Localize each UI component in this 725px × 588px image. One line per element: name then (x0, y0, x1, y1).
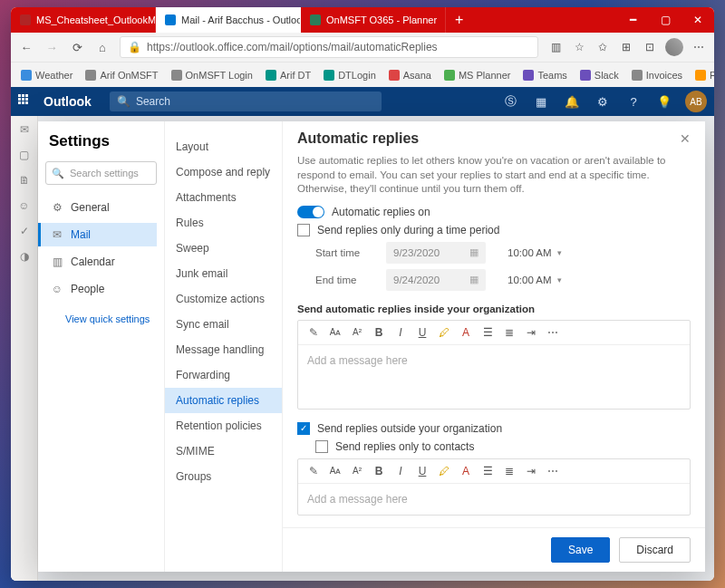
notifications-icon[interactable]: 🔔 (562, 95, 582, 109)
calendar-module-icon[interactable]: ▢ (17, 149, 32, 163)
category-general[interactable]: ⚙General (45, 196, 157, 219)
refresh-button[interactable]: ⟳ (69, 41, 85, 54)
bold-button[interactable]: B (372, 326, 385, 339)
sub-forwarding[interactable]: Forwarding (165, 362, 282, 388)
bookmark-invoices[interactable]: Invoices (627, 70, 687, 81)
sub-sweep[interactable]: Sweep (165, 236, 282, 261)
suite-search[interactable]: 🔍 Search (110, 92, 382, 111)
highlight-button[interactable]: 🖊 (438, 326, 450, 339)
bookmark-dtlogin[interactable]: DTLogin (319, 70, 381, 81)
font-color-button[interactable]: A (459, 326, 472, 339)
bulleted-list-button[interactable]: ☰ (481, 465, 494, 477)
browser-tab-planner[interactable]: OnMSFT O365 - Planner × (301, 7, 446, 33)
bookmark-pay[interactable]: Pay (691, 70, 714, 81)
inside-org-textarea[interactable]: Add a message here (298, 345, 690, 409)
sub-attachments[interactable]: Attachments (165, 185, 282, 210)
tracking-icon[interactable]: ▥ (547, 39, 564, 55)
teams-icon[interactable]: ▦ (531, 95, 551, 109)
bookmark-teams[interactable]: Teams (518, 70, 571, 81)
format-painter-icon[interactable]: ✎ (307, 465, 320, 477)
time-period-checkbox[interactable] (297, 224, 310, 236)
italic-button[interactable]: I (394, 465, 407, 477)
view-quick-settings-link[interactable]: View quick settings (65, 313, 157, 324)
back-button[interactable]: ← (18, 41, 34, 54)
end-time-picker[interactable]: 10:00 AM ▾ (508, 275, 562, 285)
account-avatar[interactable]: AB (685, 91, 707, 112)
font-size-icon[interactable]: A² (351, 327, 363, 337)
underline-button[interactable]: U (416, 465, 429, 477)
highlight-button[interactable]: 🖊 (438, 465, 450, 477)
numbered-list-button[interactable]: ≣ (503, 326, 516, 339)
new-tab-button[interactable]: + (446, 7, 472, 33)
todo-module-icon[interactable]: ✓ (17, 225, 32, 239)
bookmark-weather[interactable]: Weather (16, 70, 77, 81)
sub-groups[interactable]: Groups (165, 464, 282, 489)
sub-layout[interactable]: Layout (165, 134, 282, 159)
app-launcher-icon[interactable] (18, 94, 33, 109)
collections-icon[interactable]: ⊞ (618, 39, 634, 55)
indent-button[interactable]: ⇥ (525, 465, 537, 477)
font-color-button[interactable]: A (459, 465, 472, 477)
browser-tab-pdf[interactable]: MS_Cheatsheet_OutlookMailOn… × (11, 7, 156, 33)
favorites-bar-icon[interactable]: ✩ (594, 39, 611, 55)
contacts-only-checkbox[interactable] (315, 440, 328, 453)
skype-icon[interactable]: Ⓢ (500, 93, 520, 110)
sub-messagehandling[interactable]: Message handling (165, 337, 282, 362)
browser-tab-outlook[interactable]: Mail - Arif Bacchus - Outlook × (156, 7, 301, 33)
format-painter-icon[interactable]: ✎ (307, 326, 320, 339)
bookmark-asana[interactable]: Asana (384, 70, 436, 81)
category-people[interactable]: ☺People (45, 277, 157, 301)
numbered-list-button[interactable]: ≣ (503, 465, 516, 477)
bookmark-onmsft-login[interactable]: OnMSFT Login (167, 70, 257, 81)
category-mail[interactable]: ✉Mail (38, 223, 157, 246)
close-panel-button[interactable]: ✕ (680, 131, 691, 146)
extensions-icon[interactable]: ⊡ (642, 39, 658, 55)
files-module-icon[interactable]: 🗎 (17, 174, 32, 188)
underline-button[interactable]: U (416, 326, 429, 339)
home-button[interactable]: ⌂ (94, 41, 111, 54)
end-date-picker[interactable]: 9/24/2020 ▦ (386, 269, 486, 291)
sub-compose[interactable]: Compose and reply (165, 159, 282, 185)
sub-junk[interactable]: Junk email (165, 261, 282, 286)
bookmark-arif-onmsft[interactable]: Arif OnMSFT (81, 70, 162, 81)
close-window-button[interactable]: ✕ (682, 7, 714, 33)
address-bar[interactable]: 🔒 https://outlook.office.com/mail/option… (120, 36, 538, 58)
sub-retention[interactable]: Retention policies (165, 413, 282, 439)
bookmark-ms-planner[interactable]: MS Planner (440, 70, 515, 81)
minimize-button[interactable]: ━ (616, 7, 649, 33)
sub-smime[interactable]: S/MIME (165, 439, 282, 464)
sub-automatic-replies[interactable]: Automatic replies (165, 388, 282, 413)
category-calendar[interactable]: ▥Calendar (45, 250, 157, 274)
more-icon[interactable]: ⋯ (691, 39, 707, 55)
outside-org-checkbox[interactable]: ✓ (297, 422, 310, 435)
more-apps-icon[interactable]: ◑ (17, 250, 32, 265)
gear-icon[interactable]: ⚙ (593, 95, 613, 109)
help-icon[interactable]: ? (624, 95, 643, 109)
mail-module-icon[interactable]: ✉ (17, 123, 32, 138)
people-module-icon[interactable]: ☺ (17, 199, 32, 214)
favorite-icon[interactable]: ☆ (571, 39, 587, 55)
more-format-button[interactable]: ⋯ (546, 326, 559, 339)
save-button[interactable]: Save (551, 537, 610, 563)
maximize-button[interactable]: ▢ (649, 7, 682, 33)
settings-search[interactable]: 🔍 Search settings (45, 161, 157, 185)
sub-sync[interactable]: Sync email (165, 312, 282, 337)
font-size-icon[interactable]: A² (351, 466, 363, 476)
sub-customize[interactable]: Customize actions (165, 286, 282, 312)
font-family-icon[interactable]: Aᴀ (329, 327, 342, 337)
start-time-picker[interactable]: 10:00 AM ▾ (508, 247, 562, 258)
start-date-picker[interactable]: 9/23/2020 ▦ (386, 242, 486, 264)
bulleted-list-button[interactable]: ☰ (481, 326, 494, 339)
sub-rules[interactable]: Rules (165, 210, 282, 236)
diagnostics-icon[interactable]: 💡 (654, 95, 674, 109)
outside-org-textarea[interactable]: Add a message here (298, 484, 690, 515)
font-family-icon[interactable]: Aᴀ (329, 466, 342, 476)
bold-button[interactable]: B (372, 465, 385, 477)
italic-button[interactable]: I (394, 326, 407, 339)
discard-button[interactable]: Discard (619, 537, 691, 563)
forward-button[interactable]: → (44, 41, 60, 54)
more-format-button[interactable]: ⋯ (546, 465, 559, 477)
profile-avatar[interactable] (665, 38, 683, 56)
auto-replies-toggle[interactable] (297, 206, 324, 218)
indent-button[interactable]: ⇥ (525, 326, 537, 339)
